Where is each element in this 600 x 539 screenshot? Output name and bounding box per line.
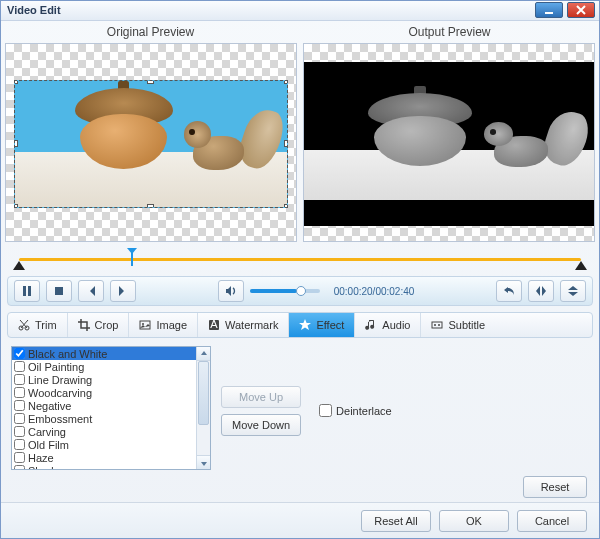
subtitle-icon [431,319,443,331]
effect-item[interactable]: Woodcarving [12,386,196,399]
effect-item[interactable]: Black and White [12,347,196,360]
effect-item-checkbox[interactable] [14,348,25,359]
mute-button[interactable] [218,280,244,302]
svg-rect-3 [55,287,63,295]
effect-listbox[interactable]: Black and WhiteOil PaintingLine DrawingW… [11,346,211,470]
minimize-button[interactable] [535,2,563,18]
tab-crop[interactable]: Crop [68,313,130,337]
tab-trim[interactable]: Trim [8,313,68,337]
svg-rect-0 [545,12,553,14]
move-buttons: Move Up Move Down [221,386,301,436]
svg-rect-2 [28,286,31,296]
effect-item[interactable]: Oil Painting [12,360,196,373]
tab-effect[interactable]: Effect [289,313,355,337]
effect-item[interactable]: Carving [12,425,196,438]
tab-image-label: Image [156,319,187,331]
effect-item-checkbox[interactable] [14,413,25,424]
scroll-down-button[interactable] [197,455,210,469]
crop-handle-top-right[interactable] [284,80,288,84]
effect-item-checkbox[interactable] [14,452,25,463]
dialog-footer: Reset All OK Cancel [1,502,599,538]
volume-slider[interactable] [250,289,320,293]
effect-item[interactable]: Negative [12,399,196,412]
deinterlace-input[interactable] [319,404,332,417]
volume-control [218,280,320,302]
effect-item-checkbox[interactable] [14,361,25,372]
effect-item-checkbox[interactable] [14,426,25,437]
trim-start-marker[interactable] [13,261,25,270]
edit-tabs: Trim Crop Image AWatermark Effect Audio … [7,312,593,338]
svg-rect-10 [432,322,442,328]
tab-audio[interactable]: Audio [355,313,421,337]
effect-item-label: Embossment [28,413,92,425]
tab-watermark[interactable]: AWatermark [198,313,289,337]
move-up-button[interactable]: Move Up [221,386,301,408]
tab-subtitle-label: Subtitle [448,319,485,331]
crop-region[interactable] [14,80,288,208]
scissors-icon [18,319,30,331]
trim-end-marker[interactable] [575,261,587,270]
set-in-point-button[interactable] [78,280,104,302]
timeline-track[interactable] [19,258,581,261]
crop-handle-right[interactable] [284,140,288,147]
crop-handle-bottom-right[interactable] [284,204,288,208]
crop-handle-top[interactable] [147,80,154,84]
crop-handle-top-left[interactable] [14,80,18,84]
effect-item-checkbox[interactable] [14,465,25,469]
effect-item[interactable]: Line Drawing [12,373,196,386]
scroll-thumb[interactable] [198,361,209,425]
playback-controls: 00:00:20/00:02:40 [7,276,593,306]
crop-handle-left[interactable] [14,140,18,147]
cancel-button[interactable]: Cancel [517,510,587,532]
titlebar: Video Edit [1,1,599,21]
effect-item[interactable]: Embossment [12,412,196,425]
effect-item-label: Old Film [28,439,69,451]
effect-panel: Black and WhiteOil PaintingLine DrawingW… [1,338,599,476]
pause-button[interactable] [14,280,40,302]
effect-item-checkbox[interactable] [14,439,25,450]
crop-icon [78,319,90,331]
reset-button[interactable]: Reset [523,476,587,498]
effect-item[interactable]: Haze [12,451,196,464]
reset-row: Reset [1,476,599,502]
tab-crop-label: Crop [95,319,119,331]
preview-labels: Original Preview Output Preview [1,21,599,43]
svg-point-7 [142,323,144,325]
effect-item-checkbox[interactable] [14,400,25,411]
original-preview-pane[interactable] [5,43,297,242]
effect-item[interactable]: Shadow [12,464,196,469]
preview-row [1,43,599,242]
ok-button[interactable]: OK [439,510,509,532]
crop-handle-bottom-left[interactable] [14,204,18,208]
crop-handle-bottom[interactable] [147,204,154,208]
set-out-point-button[interactable] [110,280,136,302]
volume-thumb[interactable] [296,286,306,296]
flip-vertical-button[interactable] [560,280,586,302]
scroll-up-button[interactable] [197,347,210,361]
effect-item-label: Line Drawing [28,374,92,386]
tab-subtitle[interactable]: Subtitle [421,313,495,337]
tab-audio-label: Audio [382,319,410,331]
time-counter: 00:00:20/00:02:40 [334,286,415,297]
effect-list-scrollbar[interactable] [196,347,210,469]
reset-all-button[interactable]: Reset All [361,510,431,532]
window-title: Video Edit [5,4,531,16]
music-note-icon [365,319,377,331]
effect-item-checkbox[interactable] [14,387,25,398]
star-icon [299,319,311,331]
tab-image[interactable]: Image [129,313,198,337]
effect-item-label: Woodcarving [28,387,92,399]
video-edit-window: Video Edit Original Preview Output Previ… [0,0,600,539]
effect-item[interactable]: Old Film [12,438,196,451]
effect-item-checkbox[interactable] [14,374,25,385]
undo-button[interactable] [496,280,522,302]
stop-button[interactable] [46,280,72,302]
playhead[interactable] [131,252,133,266]
move-down-button[interactable]: Move Down [221,414,301,436]
flip-horizontal-button[interactable] [528,280,554,302]
original-preview-label: Original Preview [1,21,300,43]
deinterlace-checkbox[interactable]: Deinterlace [319,404,392,417]
effect-item-label: Haze [28,452,54,464]
close-button[interactable] [567,2,595,18]
timeline[interactable] [11,250,589,270]
